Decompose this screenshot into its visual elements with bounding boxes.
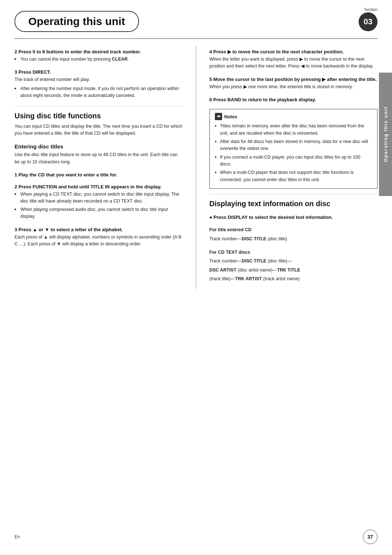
dsc-artist-line: DSC ARTIST (disc artist name)—TRK TITLE (209, 267, 377, 274)
disc-title-heading: Using disc title functions (15, 111, 183, 120)
for-title-cd-body: Track number—DISC TITLE (disc title) (209, 236, 377, 242)
step2b-bullet1: When playing a CD TEXT disc, you cannot … (15, 191, 183, 205)
side-tab: Operating this unit (379, 73, 392, 196)
disc-title-section: Using disc title functions You can input… (15, 111, 183, 137)
step3-block: 3 Press DIRECT. The track of entered num… (15, 69, 183, 99)
step4-block: 4 Press ▶ to move the cursor to the next… (209, 49, 377, 70)
for-cd-text-body: Track number—DISC TITLE (disc title)— (209, 258, 377, 265)
step3-heading: 3 Press DIRECT. (15, 69, 183, 75)
top-header: Operating this unit Section 03 (0, 0, 392, 36)
display-step-heading: ● Press DISPLAY to select the desired te… (209, 215, 377, 220)
step5-heading: 5 Move the cursor to the last position b… (209, 77, 377, 82)
note-1: Titles remain in memory, even after the … (215, 123, 372, 137)
notes-label: Notes (224, 114, 237, 119)
for-cd-text-block: For CD TEXT discs Track number—DISC TITL… (209, 249, 377, 283)
step3b-heading: 3 Press ▲ or ▼ to select a letter of the… (15, 227, 183, 232)
entering-section: Entering disc titles Use the disc title … (15, 143, 183, 166)
step5-block: 5 Move the cursor to the last position b… (209, 77, 377, 90)
step1b-block: 1 Play the CD that you want to enter a t… (15, 172, 183, 177)
note-3: If you connect a multi-CD player, you ca… (215, 154, 372, 168)
side-tab-text: Operating this unit (383, 106, 388, 162)
step6-block: 6 Press BAND to return to the playback d… (209, 97, 377, 102)
col-right: 4 Press ▶ to move the cursor to the next… (209, 45, 377, 289)
step3b-body: Each press of ▲ will display alphabet, n… (15, 234, 183, 248)
step1b-heading: 1 Play the CD that you want to enter a t… (15, 172, 183, 177)
display-heading: Displaying text information on disc (209, 199, 377, 208)
note-2: After data for 48 discs has been stored … (215, 138, 372, 152)
title-box: Operating this unit (15, 11, 139, 32)
display-step-block: ● Press DISPLAY to select the desired te… (209, 215, 377, 220)
notes-box: ✏ Notes Titles remain in memory, even af… (209, 109, 377, 189)
section-number: 03 (359, 12, 377, 31)
for-cd-text-label: For CD TEXT discs (209, 249, 377, 256)
main-content: 2 Press 0 to 9 buttons to enter the desi… (0, 45, 392, 289)
step4-body: When the letter you want is displayed, p… (209, 56, 377, 70)
step3-bullet1: After entering the number input mode, if… (15, 85, 183, 99)
step2b-heading: 2 Press FUNCTION and hold until TITLE IN… (15, 184, 183, 189)
col-left: 2 Press 0 to 9 buttons to enter the desi… (15, 45, 183, 289)
column-divider (196, 45, 196, 289)
for-title-cd-block: For title entered CD Track number—DISC T… (209, 227, 377, 242)
note-4: When a multi-CD player that does not sup… (215, 169, 372, 183)
footer-lang: En (15, 534, 20, 539)
step6-heading: 6 Press BAND to return to the playback d… (209, 97, 377, 102)
trk-artist-line: (track title)—TRK ARTIST (track artist n… (209, 276, 377, 282)
entering-body: Use the disc title input feature to stor… (15, 151, 183, 166)
step2b-block: 2 Press FUNCTION and hold until TITLE IN… (15, 184, 183, 220)
notes-icon: ✏ (215, 113, 222, 120)
left-divider (15, 106, 183, 106)
header-divider (15, 38, 377, 39)
footer-page: 37 (363, 530, 377, 544)
notes-header: ✏ Notes (215, 113, 372, 120)
step4-heading: 4 Press ▶ to move the cursor to the next… (209, 49, 377, 54)
entering-heading: Entering disc titles (15, 143, 183, 150)
for-title-cd-label: For title entered CD (209, 227, 377, 233)
page: Operating this unit Section 03 Operating… (0, 0, 392, 555)
step2-block: 2 Press 0 to 9 buttons to enter the desi… (15, 49, 183, 63)
disc-title-body: You can input CD titles and display the … (15, 123, 183, 137)
step3-body1: The track of entered number will play. (15, 76, 183, 83)
section-label: Section (364, 7, 377, 12)
right-divider (209, 194, 377, 194)
step2-bullet1: You can cancel the input number by press… (15, 56, 183, 63)
step2b-bullet2: When playing compressed audio disc, you … (15, 206, 183, 220)
step2-heading: 2 Press 0 to 9 buttons to enter the desi… (15, 49, 183, 54)
step3b-block: 3 Press ▲ or ▼ to select a letter of the… (15, 227, 183, 248)
section-badge-area: Section 03 (359, 7, 377, 31)
footer: En 37 (0, 530, 392, 544)
page-title: Operating this unit (28, 15, 125, 28)
display-section: Displaying text information on disc (209, 199, 377, 208)
step5-body: When you press ▶ one more time, the ente… (209, 83, 377, 90)
